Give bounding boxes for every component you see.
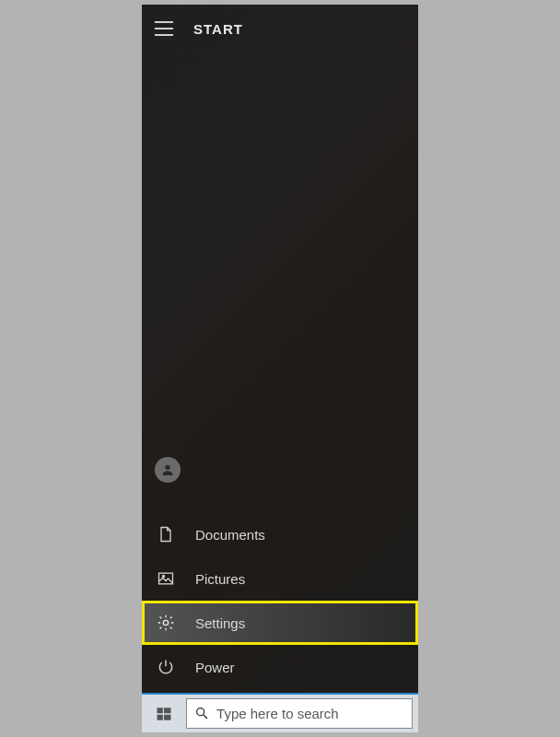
taskbar-search[interactable] [186,698,413,729]
svg-point-3 [163,620,168,625]
document-icon [155,523,177,545]
start-menu-rail: Documents Pictures [142,448,418,693]
start-title: START [193,21,243,37]
pictures-icon [155,567,177,590]
account-button[interactable] [142,448,418,492]
start-menu-header: START [142,5,418,53]
windows-logo-icon [156,706,172,722]
svg-point-8 [197,708,204,715]
power-label: Power [195,660,235,675]
svg-point-0 [165,465,169,470]
taskbar [142,693,418,732]
highlight-annotation [142,601,418,645]
documents-label: Documents [195,527,265,543]
start-button[interactable] [142,695,186,732]
pictures-label: Pictures [195,571,245,587]
svg-point-2 [163,576,165,578]
documents-button[interactable]: Documents [142,512,418,556]
svg-line-9 [204,715,207,719]
screenshot-stage: START Documents [142,5,418,732]
hamburger-icon[interactable] [151,16,177,41]
svg-rect-1 [159,573,173,584]
power-icon [155,656,177,678]
settings-label: Settings [195,615,245,631]
pictures-button[interactable]: Pictures [142,556,418,601]
settings-button[interactable]: Settings [142,601,418,645]
svg-rect-6 [158,714,163,719]
svg-rect-4 [158,708,163,713]
svg-rect-7 [164,714,171,719]
user-icon [155,457,181,483]
gear-icon [155,612,177,634]
search-input[interactable] [216,706,404,721]
power-button[interactable]: Power [142,645,418,689]
svg-rect-5 [164,708,171,713]
start-menu-panel: START Documents [142,5,418,693]
search-icon [194,706,209,722]
